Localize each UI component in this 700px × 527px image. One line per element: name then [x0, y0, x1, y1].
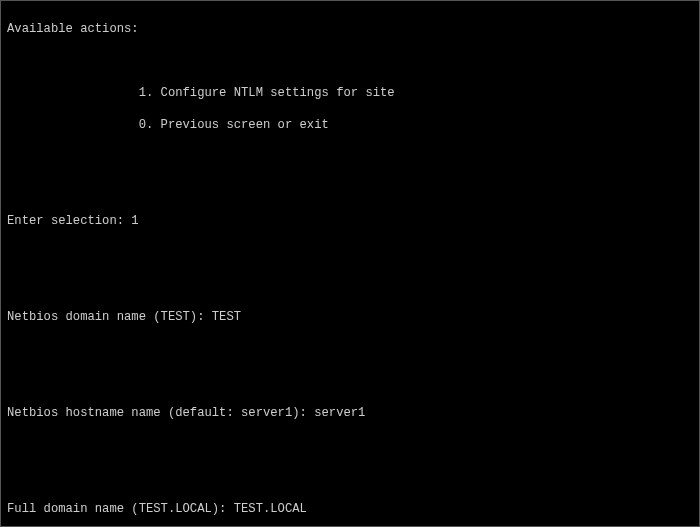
full-domain-prompt: Full domain name (TEST.LOCAL): TEST.LOCA… — [7, 501, 693, 517]
terminal-window[interactable]: Available actions: 1. Configure NTLM set… — [0, 0, 700, 527]
full-domain-value: TEST.LOCAL — [234, 502, 307, 516]
netbios-hostname-prompt: Netbios hostname name (default: server1)… — [7, 405, 693, 421]
menu-item-1: 1. Configure NTLM settings for site — [7, 85, 693, 101]
available-actions-header: Available actions: — [7, 21, 693, 37]
menu-item-0: 0. Previous screen or exit — [7, 117, 693, 133]
enter-selection-line: Enter selection: 1 — [7, 213, 693, 229]
netbios-domain-prompt: Netbios domain name (TEST): TEST — [7, 309, 693, 325]
selection-value: 1 — [131, 214, 138, 228]
netbios-hostname-value: server1 — [314, 406, 365, 420]
netbios-domain-value: TEST — [212, 310, 241, 324]
